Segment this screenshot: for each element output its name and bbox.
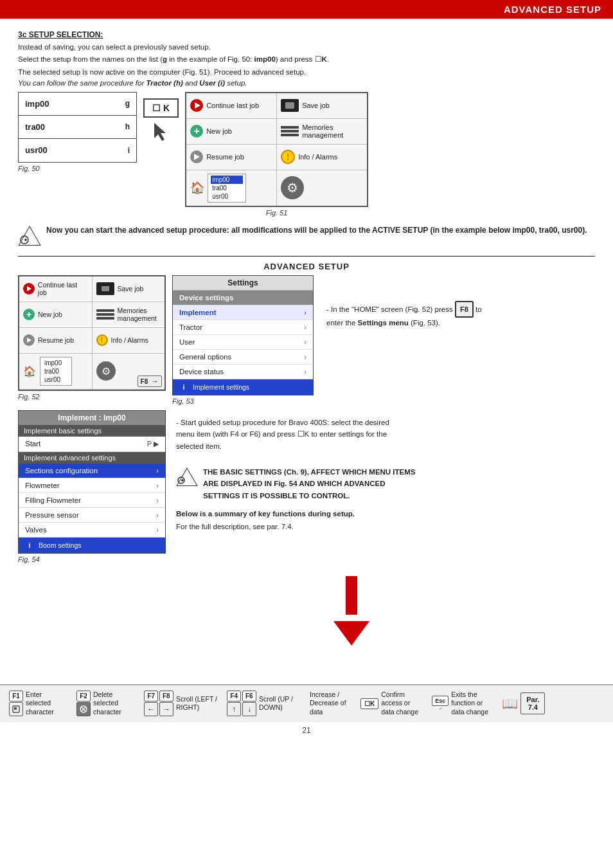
fig51-alarms-cell: ! Info / Alarms xyxy=(277,145,367,170)
func-f4f6: F4 F6 ↑ ↓ Scroll (UP / DOWN) xyxy=(227,691,301,716)
f6-icon: ↓ xyxy=(242,702,256,716)
fig52-alarm-icon: ! xyxy=(96,334,108,346)
fig51-screen: Continue last job Save job + New job xyxy=(185,92,368,207)
settings-header: Settings xyxy=(173,276,313,291)
fig50-badge-g: g xyxy=(125,99,130,108)
fig52-container: Continue last job Save job + New job xyxy=(18,275,166,405)
esc-key[interactable]: Esc xyxy=(432,696,449,706)
alarm-icon: ! xyxy=(281,150,295,164)
fig50-container: imp00 g tra00 h usr00 i Fig. 50 xyxy=(18,92,137,172)
fig54-sections-label: Sections configuration xyxy=(25,467,98,475)
fig51-row3: Resume job ! Info / Alarms xyxy=(186,145,367,170)
f2-key[interactable]: F2 xyxy=(76,691,91,701)
fig50-item-tra00: tra00 h xyxy=(19,116,136,139)
fig54-container: Implement : Imp00 Implement basic settin… xyxy=(18,410,166,563)
settings-device-status-label: Device status xyxy=(179,368,224,375)
save-icon xyxy=(281,99,299,112)
settings-implement[interactable]: Implement › xyxy=(173,305,313,320)
f4-key[interactable]: F4 xyxy=(227,691,241,701)
f7f8-key-row: F7 F8 xyxy=(144,691,173,701)
ok-button[interactable]: ☐K xyxy=(143,98,179,118)
fig52-save-cell: Save job xyxy=(93,276,165,302)
settings-general-label: General options xyxy=(179,353,231,361)
fig50-label: Fig. 50 xyxy=(18,165,137,172)
fig54-menu: Implement : Imp00 Implement basic settin… xyxy=(18,410,166,554)
intro-line1: Instead of saving, you can select a prev… xyxy=(18,42,595,53)
fig52-newjob-label: New job xyxy=(38,311,62,318)
basic-settings-warn-text: THE BASIC SETTINGS (Ch. 9), AFFECT WHICH… xyxy=(203,466,422,502)
fig54-pressure-sensor[interactable]: Pressure sensor › xyxy=(19,508,165,523)
fig54-valves[interactable]: Valves › xyxy=(19,523,165,538)
section-divider xyxy=(18,256,595,257)
fig52-resume-icon xyxy=(23,334,35,346)
ok-confirm-key[interactable]: ☐K xyxy=(360,698,378,709)
fig54-notes-row: Implement : Imp00 Implement basic settin… xyxy=(18,410,595,563)
fig52-memories-cell: Memories management xyxy=(93,302,165,327)
big-arrow-head xyxy=(108,621,595,646)
ok-button-area: ☐K xyxy=(143,92,179,143)
f8-key[interactable]: F8 xyxy=(159,691,173,701)
basic-settings-warn-row: THE BASIC SETTINGS (Ch. 9), AFFECT WHICH… xyxy=(176,466,422,502)
f1-key[interactable]: F1 xyxy=(9,691,23,701)
fig54-sections-arrow: › xyxy=(156,467,159,475)
fig50-item-usr00: usr00 i xyxy=(19,139,136,162)
adv-row-fig52-53: Continue last job Save job + New job xyxy=(18,275,595,405)
dropdown-usr00: usr00 xyxy=(211,192,243,201)
f7-icon: ← xyxy=(144,702,158,716)
fig54-flowmeter[interactable]: Flowmeter › xyxy=(19,478,165,493)
svg-marker-0 xyxy=(154,123,166,141)
fig54-filling-arrow: › xyxy=(156,496,159,504)
fig54-valves-label: Valves xyxy=(25,526,47,534)
cursor-arrow-icon xyxy=(152,122,171,143)
resume-icon xyxy=(190,150,203,163)
fig-row-50-51: imp00 g tra00 h usr00 i Fig. 50 ☐K xyxy=(18,92,595,217)
fig52-save-icon xyxy=(96,282,114,295)
fig51-resume-cell: Resume job xyxy=(186,145,277,170)
fig52-fb-label: F8 xyxy=(141,378,148,385)
f4-icon: ↑ xyxy=(227,702,241,716)
fig50-item-imp00: imp00 g xyxy=(19,93,136,116)
fig52-screen: Continue last job Save job + New job xyxy=(18,275,166,391)
settings-tractor[interactable]: Tractor › xyxy=(173,320,313,335)
f7-key[interactable]: F7 xyxy=(144,691,158,701)
f6-key[interactable]: F6 xyxy=(242,691,256,701)
settings-user[interactable]: User › xyxy=(173,335,313,350)
settings-device-status[interactable]: Device status › xyxy=(173,365,313,379)
settings-device-header: Device settings xyxy=(173,291,313,305)
function-bar: F1 Enter selected character F2 Delete se… xyxy=(0,684,613,722)
fig52-alarms-label: Info / Alarms xyxy=(111,336,148,344)
fig52-newjob-cell: + New job xyxy=(19,302,93,327)
esc-sub: ⤶ xyxy=(438,706,443,712)
fig51-row1: Continue last job Save job xyxy=(186,93,367,119)
fig54-filling-flowmeter[interactable]: Filling Flowmeter › xyxy=(19,493,165,508)
fig52-home-cell: 🏠 imp00 tra00 usr00 xyxy=(19,354,93,389)
func-f2: F2 Delete selected character xyxy=(76,691,135,717)
big-arrow-shaft xyxy=(346,576,357,615)
f2-icon xyxy=(76,702,91,716)
f1-label: Enter selected character xyxy=(26,691,67,717)
settings-tractor-label: Tractor xyxy=(179,323,202,331)
fig54-sections-config[interactable]: Sections configuration › xyxy=(19,464,165,478)
save-label: Save job xyxy=(302,102,330,109)
fig50-imp00-label: imp00 xyxy=(25,99,49,109)
settings-general[interactable]: General options › xyxy=(173,350,313,365)
settings-general-arrow: › xyxy=(304,353,306,361)
fig54-start-item[interactable]: Start P ▶ xyxy=(19,437,165,452)
page-header: ADVANCED SETUP xyxy=(0,0,613,19)
fig52-memories-icon xyxy=(96,309,114,320)
fb-key: F8 xyxy=(455,301,474,318)
f4f6-label: Scroll (UP / DOWN) xyxy=(259,695,301,712)
func-f7f8: F7 F8 ← → Scroll (LEFT / RIGHT) xyxy=(144,691,218,716)
fig52-row2: + New job Memories management xyxy=(19,302,164,328)
fig54-bottom-bar: i Boom settings xyxy=(19,538,165,553)
fig53-bottom-bar: i Implement settings xyxy=(173,379,313,395)
fig51-gear-cell: ⚙ xyxy=(277,170,367,206)
fig53-note-right: - In the "HOME" screen (Fig. 52) press F… xyxy=(320,275,500,405)
fig50-badge-i: i xyxy=(128,146,130,155)
fig51-continue-cell: Continue last job xyxy=(186,93,277,118)
ok-confirm-label: Confirm access or data change xyxy=(381,691,423,717)
fig52-row1: Continue last job Save job xyxy=(19,276,164,302)
fig54-basic-label: Implement basic settings xyxy=(24,427,102,435)
big-arrow-area xyxy=(108,576,595,615)
fig52-resume-cell: Resume job xyxy=(19,328,93,353)
